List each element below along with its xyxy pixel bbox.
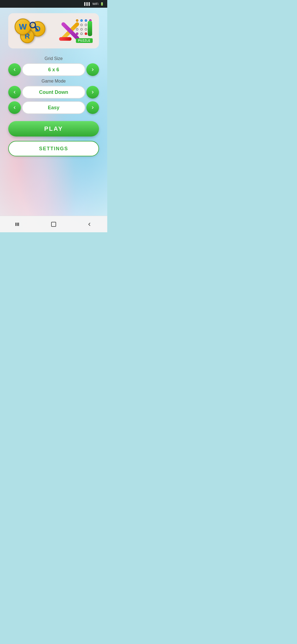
back-nav-button[interactable] (81, 218, 98, 230)
logo-container: W R D (8, 13, 99, 48)
puzzle-label: PUZZLE (76, 38, 93, 43)
game-mode-control: Count Down (8, 86, 99, 99)
difficulty-next-button[interactable] (86, 101, 99, 114)
grid-size-next-button[interactable] (86, 63, 99, 76)
play-button[interactable]: PLAY (8, 121, 99, 137)
settings-button[interactable]: SETTINGS (8, 141, 99, 156)
svg-rect-2 (15, 223, 16, 226)
svg-rect-5 (51, 222, 56, 227)
difficulty-control: Easy (8, 101, 99, 114)
wifi-icon: WiFi (92, 2, 98, 6)
grid-size-prev-button[interactable] (8, 63, 21, 76)
game-mode-label: Game Mode (42, 79, 66, 84)
game-mode-prev-button[interactable] (8, 86, 21, 99)
difficulty-prev-button[interactable] (8, 101, 21, 114)
status-bar: ▌▌▌ WiFi 🔋 (0, 0, 107, 8)
home-nav-button[interactable] (45, 218, 62, 230)
wrd-logo: W R D (13, 18, 52, 43)
back-icon (86, 221, 93, 228)
game-mode-value: Count Down (22, 86, 85, 99)
grid-size-control: 6 x 6 (8, 63, 99, 76)
puzzle-logo: PUZZLE (55, 17, 95, 45)
navigation-bar (0, 216, 107, 232)
menu-icon (15, 221, 21, 228)
grid-size-value: 6 x 6 (22, 63, 85, 76)
main-content: W R D (0, 8, 107, 156)
menu-nav-button[interactable] (9, 218, 27, 230)
battery-icon: 🔋 (100, 2, 104, 6)
svg-rect-3 (17, 223, 18, 226)
grid-size-label: Grid Size (45, 56, 63, 61)
home-icon (50, 221, 57, 228)
signal-icon: ▌▌▌ (84, 2, 91, 6)
difficulty-value: Easy (22, 101, 85, 114)
magnifier-icon (28, 21, 39, 33)
svg-line-1 (35, 27, 38, 30)
svg-rect-4 (18, 223, 19, 226)
game-mode-next-button[interactable] (86, 86, 99, 99)
